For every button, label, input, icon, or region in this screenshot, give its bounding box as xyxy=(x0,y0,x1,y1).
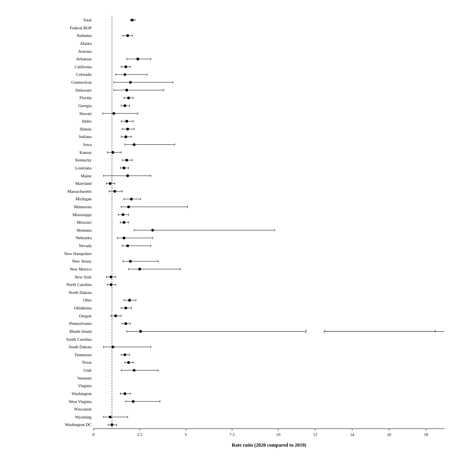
svg-point-165 xyxy=(128,299,131,302)
svg-point-180 xyxy=(124,322,127,325)
svg-text:South Carolina: South Carolina xyxy=(66,337,92,342)
svg-point-222 xyxy=(132,400,135,403)
svg-text:Washington: Washington xyxy=(72,392,92,396)
svg-text:Delaware: Delaware xyxy=(76,88,92,92)
svg-text:New York: New York xyxy=(74,275,92,279)
svg-point-149 xyxy=(138,268,141,271)
svg-point-5 xyxy=(131,19,134,21)
svg-point-195 xyxy=(111,345,114,348)
svg-text:10: 10 xyxy=(276,432,281,437)
svg-text:Montana: Montana xyxy=(76,228,92,232)
svg-text:Iowa: Iowa xyxy=(83,142,92,147)
svg-text:Oregon: Oregon xyxy=(79,314,92,318)
svg-point-118 xyxy=(122,213,124,216)
svg-point-23 xyxy=(124,65,127,68)
svg-point-83 xyxy=(125,159,128,161)
svg-point-133 xyxy=(122,237,125,240)
svg-point-175 xyxy=(114,315,117,317)
svg-text:Missouri: Missouri xyxy=(76,220,92,225)
svg-text:Minnesota: Minnesota xyxy=(74,205,92,209)
svg-text:Louisiana: Louisiana xyxy=(75,166,92,170)
svg-text:Hawaii: Hawaii xyxy=(80,111,92,116)
svg-text:Alabama: Alabama xyxy=(76,33,92,38)
svg-point-11 xyxy=(126,34,129,37)
svg-point-159 xyxy=(110,283,113,286)
svg-text:18: 18 xyxy=(424,432,428,437)
svg-text:New Hampshire: New Hampshire xyxy=(64,251,92,256)
svg-point-58 xyxy=(125,120,128,123)
svg-point-88 xyxy=(122,167,125,169)
svg-point-205 xyxy=(127,361,130,364)
svg-point-138 xyxy=(126,244,129,247)
svg-point-128 xyxy=(151,229,154,232)
svg-text:South Dakota: South Dakota xyxy=(69,345,92,349)
svg-text:Virginia: Virginia xyxy=(78,384,92,388)
svg-point-233 xyxy=(111,424,113,426)
svg-point-48 xyxy=(124,104,126,107)
svg-text:Ohio: Ohio xyxy=(83,298,92,302)
svg-text:Vermont: Vermont xyxy=(77,376,92,380)
svg-point-210 xyxy=(133,369,136,372)
forest-plot-svg: TotalFederal BOPAlabamaAlaskaArizonaArka… xyxy=(52,8,452,452)
svg-text:Illinois: Illinois xyxy=(80,127,92,131)
svg-point-103 xyxy=(113,190,116,193)
svg-point-123 xyxy=(122,221,125,224)
svg-point-217 xyxy=(124,392,126,395)
svg-text:5: 5 xyxy=(185,432,187,437)
svg-point-18 xyxy=(136,58,139,60)
svg-point-63 xyxy=(126,128,129,131)
svg-text:Rate ratio (2020 compared to 2: Rate ratio (2020 compared to 2019) xyxy=(232,442,306,448)
svg-text:Oklahoma: Oklahoma xyxy=(74,306,92,310)
chart-container: TotalFederal BOPAlabamaAlaskaArizonaArka… xyxy=(0,0,468,476)
svg-text:Utah: Utah xyxy=(84,368,92,372)
svg-text:Rhode Island: Rhode Island xyxy=(69,329,92,334)
svg-text:Indiana: Indiana xyxy=(79,134,92,139)
svg-text:Total: Total xyxy=(83,18,92,22)
svg-point-108 xyxy=(130,198,133,201)
svg-point-189 xyxy=(139,330,142,333)
svg-point-170 xyxy=(124,307,127,309)
svg-point-113 xyxy=(127,205,130,208)
svg-rect-183 xyxy=(306,330,325,333)
svg-point-33 xyxy=(129,81,132,84)
svg-point-28 xyxy=(124,73,126,76)
svg-text:California: California xyxy=(74,65,92,69)
svg-text:North Dakota: North Dakota xyxy=(69,290,92,295)
svg-point-144 xyxy=(129,260,132,263)
svg-text:New Mexico: New Mexico xyxy=(70,267,92,271)
svg-text:2.5: 2.5 xyxy=(137,432,142,437)
svg-text:Maryland: Maryland xyxy=(75,181,92,186)
svg-text:West Virginia: West Virginia xyxy=(69,399,92,404)
svg-text:7.5: 7.5 xyxy=(229,432,235,437)
svg-text:Wisconsin: Wisconsin xyxy=(74,407,92,411)
svg-point-78 xyxy=(111,151,114,154)
svg-point-200 xyxy=(124,353,126,356)
svg-text:Washington DC: Washington DC xyxy=(65,422,92,427)
svg-text:16: 16 xyxy=(387,432,392,437)
svg-text:12: 12 xyxy=(313,432,317,437)
svg-text:Georgia: Georgia xyxy=(78,104,92,108)
svg-text:Alaska: Alaska xyxy=(80,41,92,46)
svg-text:Massachusetts: Massachusetts xyxy=(67,189,92,194)
svg-text:Kentucky: Kentucky xyxy=(75,158,92,162)
svg-text:Tennessee: Tennessee xyxy=(74,353,92,357)
svg-text:Florida: Florida xyxy=(80,96,92,100)
svg-point-154 xyxy=(110,276,113,278)
svg-point-38 xyxy=(125,89,128,92)
svg-text:Colorado: Colorado xyxy=(76,72,92,77)
svg-text:Idaho: Idaho xyxy=(82,119,92,123)
svg-point-93 xyxy=(126,175,129,177)
svg-text:Wyoming: Wyoming xyxy=(75,415,92,419)
svg-text:Connecticut: Connecticut xyxy=(71,80,92,84)
svg-text:14: 14 xyxy=(350,432,354,437)
svg-text:North Carolina: North Carolina xyxy=(66,282,92,287)
svg-text:Nevada: Nevada xyxy=(79,244,92,248)
svg-text:Nebraska: Nebraska xyxy=(76,236,92,240)
svg-text:Federal BOP: Federal BOP xyxy=(70,26,92,30)
svg-text:Arizona: Arizona xyxy=(78,49,92,54)
svg-point-53 xyxy=(113,112,115,115)
svg-text:Maine: Maine xyxy=(81,174,92,178)
svg-text:Kansas: Kansas xyxy=(80,150,92,155)
svg-text:Texas: Texas xyxy=(82,360,92,365)
svg-point-68 xyxy=(124,136,127,138)
